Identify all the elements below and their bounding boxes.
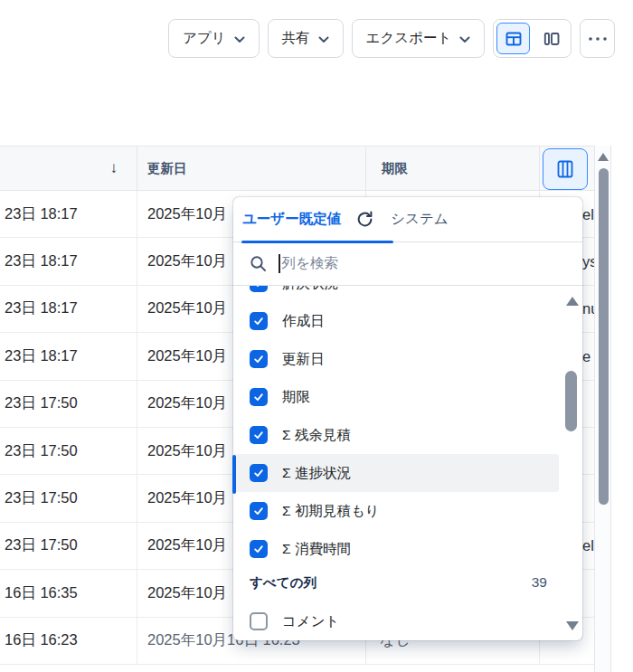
cell-time: 16日 16:35 [0, 570, 137, 616]
chevron-down-icon [459, 36, 470, 43]
column-option[interactable]: コメント [233, 602, 559, 640]
column-option-label: 作成日 [282, 312, 325, 331]
tab-system[interactable]: システム [391, 210, 448, 229]
table-header-row: ↓ 更新日 期限 [0, 146, 595, 191]
cell-time: 23日 17:50 [0, 475, 137, 521]
cell-time: 16日 16:23 [0, 618, 137, 664]
cell-extra-text: e [582, 347, 590, 364]
share-button-label: 共有 [282, 29, 310, 48]
column-option-label: 解決状況 [282, 286, 338, 293]
search-input[interactable]: 列を検索 [233, 242, 582, 286]
focused-item-indicator [232, 455, 236, 494]
checkbox-checked-icon[interactable] [250, 502, 268, 520]
search-placeholder: 列を検索 [282, 254, 338, 273]
column-option-highlighted[interactable]: Σ 進捗状況 [233, 454, 559, 492]
column-option[interactable]: Σ 初期見積もり [233, 492, 559, 530]
toolbar: アプリ 共有 エクスポート [168, 19, 615, 58]
search-icon [250, 255, 267, 272]
checkbox-checked-icon[interactable] [250, 464, 268, 482]
apps-button[interactable]: アプリ [168, 19, 260, 58]
column-header-due-label: 期限 [382, 160, 408, 177]
chevron-down-icon [318, 36, 329, 43]
checkbox-checked-icon[interactable] [250, 426, 268, 444]
list-scrollbar-thumb[interactable] [565, 371, 577, 431]
all-columns-section: すべての列 39 [233, 566, 547, 599]
cell-time: 23日 18:17 [0, 238, 137, 284]
column-option-label: 更新日 [282, 350, 325, 369]
apps-button-label: アプリ [183, 29, 226, 48]
checkbox-checked-icon[interactable] [250, 286, 268, 292]
cell-time: 23日 18:17 [0, 286, 137, 332]
checkbox-checked-icon[interactable] [250, 350, 268, 368]
column-option-label: Σ 残余見積 [282, 426, 351, 445]
column-header-updated-label: 更新日 [147, 160, 187, 177]
column-option-label: コメント [282, 612, 339, 631]
column-list: 解決状況 作成日 更新日 期限 Σ 残余見積 [233, 286, 582, 640]
columns-icon [555, 159, 575, 179]
column-option[interactable]: 期限 [233, 378, 559, 416]
more-icon [588, 36, 608, 42]
more-actions-button[interactable] [580, 19, 615, 58]
cell-time: 23日 17:50 [0, 428, 137, 474]
share-button[interactable]: 共有 [268, 19, 344, 58]
cell-time: 23日 18:17 [0, 191, 137, 237]
scroll-up-arrow-icon[interactable] [598, 153, 609, 161]
checkbox-checked-icon[interactable] [250, 388, 268, 406]
all-columns-count: 39 [532, 574, 547, 591]
tab-user-default[interactable]: ユーザー既定値 [242, 210, 341, 229]
column-option[interactable]: 作成日 [233, 302, 559, 340]
checkbox-checked-icon[interactable] [250, 312, 268, 330]
cell-time: 23日 17:50 [0, 523, 137, 569]
column-option-label: Σ 初期見積もり [282, 502, 380, 521]
export-button-label: エクスポート [366, 29, 452, 48]
cell-extra-text: nu [582, 300, 595, 317]
cell-time: 23日 17:50 [0, 381, 137, 427]
column-header-updated[interactable]: 更新日 [137, 147, 366, 190]
column-option-label: Σ 消費時間 [282, 540, 351, 559]
checkbox-unchecked-icon[interactable] [250, 612, 268, 630]
cell-extra-text: el [582, 537, 594, 554]
table-view-button[interactable] [496, 23, 530, 54]
checkbox-checked-icon[interactable] [250, 540, 268, 558]
chevron-down-icon [234, 36, 245, 43]
active-tab-underline [241, 241, 393, 243]
table-scrollbar[interactable] [594, 146, 611, 672]
column-option-label: Σ 進捗状況 [282, 464, 351, 483]
picker-tabs: ユーザー既定値 システム [233, 197, 582, 242]
refresh-icon[interactable] [355, 210, 374, 229]
cell-time: 23日 18:17 [0, 333, 137, 379]
column-picker-panel: ユーザー既定値 システム 列を検索 解決状況 [233, 197, 582, 640]
detail-view-icon [543, 30, 561, 48]
sort-desc-icon: ↓ [110, 159, 118, 177]
scrollbar-thumb[interactable] [599, 168, 609, 505]
table-view-icon [505, 30, 523, 48]
cell-extra-text: ys [582, 253, 595, 270]
column-option[interactable]: Σ 残余見積 [233, 416, 559, 454]
column-option[interactable]: Σ 消費時間 [233, 530, 559, 568]
detail-view-button[interactable] [534, 23, 568, 54]
column-option-label: 期限 [282, 388, 310, 407]
cell-extra-text: el [582, 205, 594, 222]
column-header-due[interactable]: 期限 [366, 147, 540, 190]
list-scroll-down-arrow-icon[interactable] [566, 621, 579, 630]
text-cursor [279, 254, 280, 273]
view-toggle-group [493, 19, 572, 58]
column-option[interactable]: 更新日 [233, 340, 559, 378]
column-header-sorted[interactable]: ↓ [0, 147, 137, 190]
column-option[interactable]: 解決状況 [233, 286, 559, 302]
all-columns-label: すべての列 [250, 574, 316, 592]
export-button[interactable]: エクスポート [352, 19, 486, 58]
column-settings-button[interactable] [543, 148, 588, 190]
list-scroll-up-arrow-icon[interactable] [566, 297, 579, 306]
